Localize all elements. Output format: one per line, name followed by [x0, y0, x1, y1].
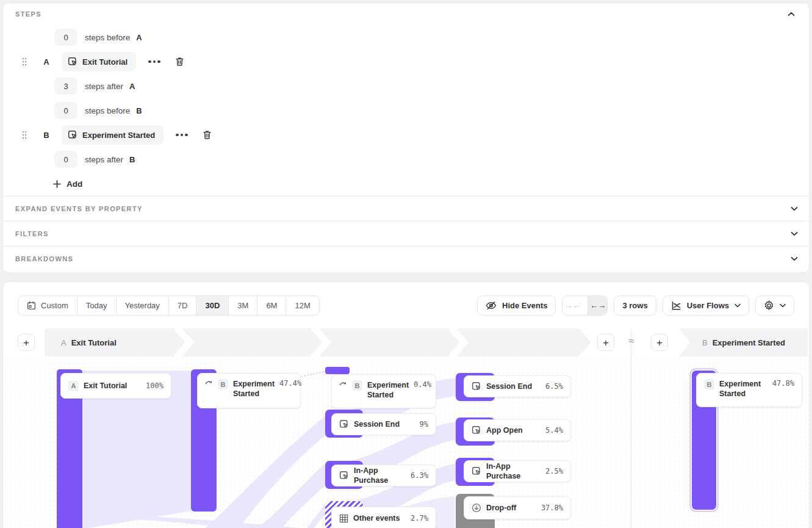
expand-columns-icon[interactable]: ←→	[587, 296, 607, 315]
flow-node-app-open[interactable]: App Open 5.4%	[464, 419, 571, 441]
flow-bar-experiment-started-04[interactable]	[325, 367, 350, 374]
chevron-down-icon	[791, 256, 798, 261]
range-label: 6M	[266, 301, 277, 310]
date-range-12m[interactable]: 12M	[286, 296, 318, 315]
section-label: FILTERS	[15, 230, 49, 237]
section-expand-events-by-property[interactable]: EXPAND EVENTS BY PROPERTY	[3, 196, 809, 221]
band-letter: A	[61, 338, 66, 347]
approx-symbol: ≈	[626, 335, 637, 347]
flow-node-session-end-65[interactable]: Session End 6.5%	[464, 375, 571, 397]
flow-column-headers: + A Exit Tutorial + ≈ + B Experiment Sta…	[3, 328, 809, 356]
rows-count-button[interactable]: 3 rows	[614, 295, 656, 316]
node-name: Other events	[353, 513, 400, 523]
flow-visualization: + A Exit Tutorial + ≈ + B Experiment Sta…	[3, 328, 809, 528]
event-name: Experiment Started	[82, 131, 155, 140]
trash-icon	[175, 57, 184, 67]
flow-node-in-app-purchase-25[interactable]: In-App Purchase 2.5%	[464, 460, 571, 482]
flow-node-drop-off[interactable]: Drop-off 37.8%	[464, 496, 571, 519]
view-type-dropdown[interactable]: User Flows	[663, 295, 749, 316]
step-badge: A	[68, 381, 79, 391]
step-b-overflow-menu[interactable]	[173, 130, 190, 140]
date-range-30d[interactable]: 30D	[196, 296, 228, 315]
node-percent: 6.5%	[545, 382, 563, 391]
steps-panel-header: STEPS	[3, 3, 809, 25]
drop-off-icon	[472, 503, 481, 513]
flow-node-other-events[interactable]: Other events 2.7%	[331, 507, 436, 528]
node-percent: 5.4%	[545, 426, 563, 435]
node-percent: 6.3%	[411, 471, 428, 480]
date-range-7d[interactable]: 7D	[168, 296, 196, 315]
date-range-3m[interactable]: 3M	[228, 296, 257, 315]
section-filters[interactable]: FILTERS	[3, 221, 809, 246]
custom-event-icon	[339, 419, 349, 429]
add-column-after-button[interactable]: +	[597, 334, 614, 351]
flow-node-exit-tutorial[interactable]: A Exit Tutorial 100%	[60, 373, 171, 399]
steps-after-a-input[interactable]: 3	[54, 78, 77, 95]
step-badge: B	[218, 379, 228, 389]
jump-arrow-icon	[205, 379, 213, 385]
section-label: EXPAND EVENTS BY PROPERTY	[15, 205, 143, 212]
drag-handle-icon[interactable]	[20, 57, 29, 66]
hide-events-label: Hide Events	[502, 301, 547, 310]
step-a-delete-button[interactable]	[173, 54, 187, 69]
column-band-b[interactable]: B Experiment Started	[679, 328, 808, 356]
node-name: App Open	[486, 425, 523, 435]
flow-node-experiment-started-04[interactable]: B Experiment Started 0.4%	[331, 374, 436, 408]
step-b-delete-button[interactable]	[200, 128, 214, 142]
hide-events-button[interactable]: Hide Events	[477, 295, 556, 316]
node-percent: 47.8%	[772, 379, 794, 388]
count-ref: B	[129, 155, 135, 164]
custom-event-icon	[339, 471, 349, 480]
report-toolbar: Custom Today Yesterday 7D 30D 3M 6M 12M …	[3, 282, 809, 316]
date-range-yesterday[interactable]: Yesterday	[116, 296, 168, 315]
node-name: In-App Purchase	[486, 461, 541, 482]
flow-node-experiment-started-end[interactable]: B Experiment Started 47.8%	[696, 373, 802, 407]
count-label: steps before	[85, 33, 130, 42]
add-step-button[interactable]: Add	[53, 172, 82, 196]
chevron-down-icon	[735, 303, 741, 308]
event-picker-exit-tutorial[interactable]: Exit Tutorial	[62, 52, 136, 71]
add-column-before-button[interactable]: +	[18, 334, 35, 351]
band-letter: B	[702, 338, 708, 347]
drag-handle-icon[interactable]	[20, 131, 29, 139]
flow-node-in-app-purchase-63[interactable]: In-App Purchase 6.3%	[331, 465, 436, 486]
steps-before-a-row: 0 steps before A	[15, 25, 809, 49]
node-name: Experiment Started	[719, 379, 767, 399]
steps-before-a-input[interactable]: 0	[54, 29, 77, 46]
steps-collapse-button[interactable]	[785, 7, 798, 21]
custom-event-icon	[68, 57, 77, 67]
steps-before-b-row: 0 steps before B	[15, 98, 809, 123]
section-breakdowns[interactable]: BREAKDOWNS	[3, 246, 809, 271]
collapse-columns-icon[interactable]: →←	[562, 296, 582, 315]
toolbar-right: Hide Events →← ←→ 3 rows User Flows	[477, 295, 794, 316]
date-range-today[interactable]: Today	[77, 296, 116, 315]
steps-before-b-input[interactable]: 0	[54, 102, 77, 119]
chevron-down-icon	[791, 231, 798, 236]
steps-after-b-input[interactable]: 0	[54, 151, 77, 168]
step-a-overflow-menu[interactable]	[146, 57, 163, 67]
range-label: Today	[86, 301, 107, 310]
node-percent: 2.5%	[545, 467, 563, 476]
report-panel: Custom Today Yesterday 7D 30D 3M 6M 12M …	[2, 281, 810, 528]
column-band-a[interactable]: A Exit Tutorial	[45, 328, 591, 356]
steps-after-b-row: 0 steps after B	[15, 147, 809, 172]
count-ref: A	[136, 33, 142, 42]
range-label: 3M	[237, 301, 248, 310]
chevron-down-icon	[791, 206, 798, 211]
step-letter: A	[42, 57, 51, 67]
flow-node-session-end-9[interactable]: Session End 9%	[331, 413, 436, 435]
band-chevron-separators	[45, 328, 591, 356]
settings-dropdown[interactable]	[755, 295, 794, 316]
date-range-6m[interactable]: 6M	[257, 296, 286, 315]
plus-icon: +	[23, 338, 29, 348]
trash-icon	[203, 130, 212, 140]
add-column-before-b-button[interactable]: +	[651, 334, 668, 351]
band-name: Exit Tutorial	[71, 338, 117, 347]
date-range-custom[interactable]: Custom	[18, 296, 77, 315]
flow-node-experiment-started-47[interactable]: B Experiment Started 47.4%	[197, 373, 301, 408]
column-width-toggle: →← ←→	[562, 295, 608, 316]
step-letter: B	[42, 131, 51, 140]
event-picker-experiment-started[interactable]: Experiment Started	[62, 125, 163, 145]
band-name: Experiment Started	[713, 338, 785, 347]
range-label: Yesterday	[125, 301, 160, 310]
